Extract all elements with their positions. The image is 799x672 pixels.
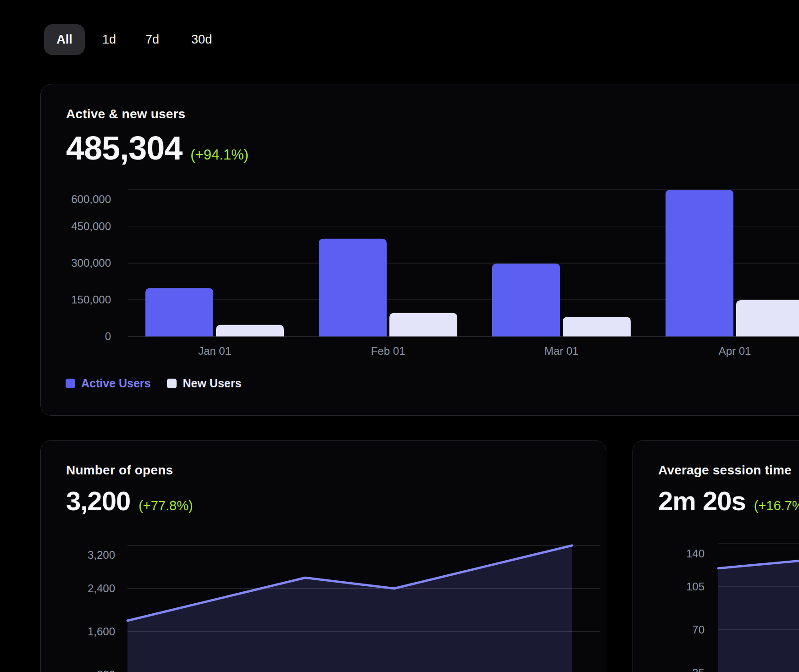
metric-change-badge: (+16.7%)	[754, 498, 799, 513]
x-axis-category-label: Mar 01	[544, 345, 579, 357]
y-axis-tick-label: 150,000	[71, 293, 111, 306]
legend-swatch-icon	[66, 379, 75, 388]
card-active-new-users: Active & new users 485,304 (+94.1%) 0150…	[40, 84, 799, 416]
card-average-session-time: Average session time 2m 20s (+16.7%) 357…	[633, 440, 799, 672]
analytics-dashboard: All 1d 7d 30d Active & new users 485,304…	[0, 0, 799, 672]
y-axis-tick-label: 0	[105, 330, 111, 342]
bar-active-users-mar-01[interactable]	[492, 264, 560, 336]
y-axis-tick-label: 140	[686, 547, 705, 560]
bar-active-users-feb-01[interactable]	[319, 239, 387, 336]
legend-swatch-icon	[167, 379, 177, 388]
bar-active-users-apr-01[interactable]	[666, 190, 733, 336]
metric-value: 3,200	[66, 487, 130, 515]
y-axis-tick-label: 70	[692, 623, 705, 636]
card-header: Active & new users 485,304 (+94.1%)	[41, 84, 799, 165]
y-axis-tick-label: 3,200	[88, 549, 115, 561]
card-title: Average session time	[658, 463, 799, 478]
tab-7d[interactable]: 7d	[144, 24, 161, 55]
card-title: Number of opens	[66, 463, 606, 478]
x-axis-category-label: Feb 01	[371, 345, 405, 357]
metric-value: 2m 20s	[658, 487, 746, 515]
x-axis-category-label: Apr 01	[719, 345, 751, 357]
legend-item-new-users[interactable]: New Users	[167, 378, 241, 389]
legend-label: Active Users	[81, 378, 150, 389]
bar-new-users-feb-01[interactable]	[389, 313, 457, 336]
tab-all[interactable]: All	[44, 24, 85, 55]
metric-row: 3,200 (+77.8%)	[66, 487, 606, 515]
x-axis-category-label: Jan 01	[198, 345, 231, 357]
legend-item-active-users[interactable]: Active Users	[66, 378, 150, 389]
metric-change-badge: (+77.8%)	[139, 498, 193, 513]
y-axis-tick-label: 300,000	[71, 257, 111, 269]
metric-change-badge: (+94.1%)	[190, 147, 249, 163]
bar-new-users-mar-01[interactable]	[563, 317, 631, 336]
y-axis-tick-label: 1,600	[88, 625, 115, 638]
area-fill	[128, 545, 572, 672]
bar-new-users-jan-01[interactable]	[216, 325, 284, 336]
tab-1d[interactable]: 1d	[100, 24, 118, 55]
y-axis-tick-label: 35	[692, 666, 705, 672]
time-range-tabs: All 1d 7d 30d	[44, 24, 214, 55]
metric-value: 485,304	[66, 131, 182, 165]
y-axis-tick-label: 2,400	[88, 582, 115, 595]
y-axis-tick-label: 600,000	[71, 193, 111, 205]
bar-new-users-apr-01[interactable]	[736, 300, 799, 336]
chart-legend: Active UsersNew Users	[66, 378, 241, 389]
card-number-of-opens: Number of opens 3,200 (+77.8%) 8001,6002…	[40, 440, 606, 672]
metric-row: 485,304 (+94.1%)	[66, 131, 799, 165]
y-axis-tick-label: 800	[97, 668, 115, 672]
card-title: Active & new users	[66, 106, 799, 122]
legend-label: New Users	[183, 378, 241, 389]
bar-active-users-jan-01[interactable]	[145, 288, 213, 336]
tab-30d[interactable]: 30d	[189, 24, 214, 55]
y-axis-tick-label: 105	[686, 580, 705, 593]
y-axis-tick-label: 450,000	[71, 220, 111, 232]
metric-row: 2m 20s (+16.7%)	[658, 487, 799, 515]
card-header: Number of opens 3,200 (+77.8%)	[41, 441, 606, 515]
card-header: Average session time 2m 20s (+16.7%)	[633, 441, 799, 515]
